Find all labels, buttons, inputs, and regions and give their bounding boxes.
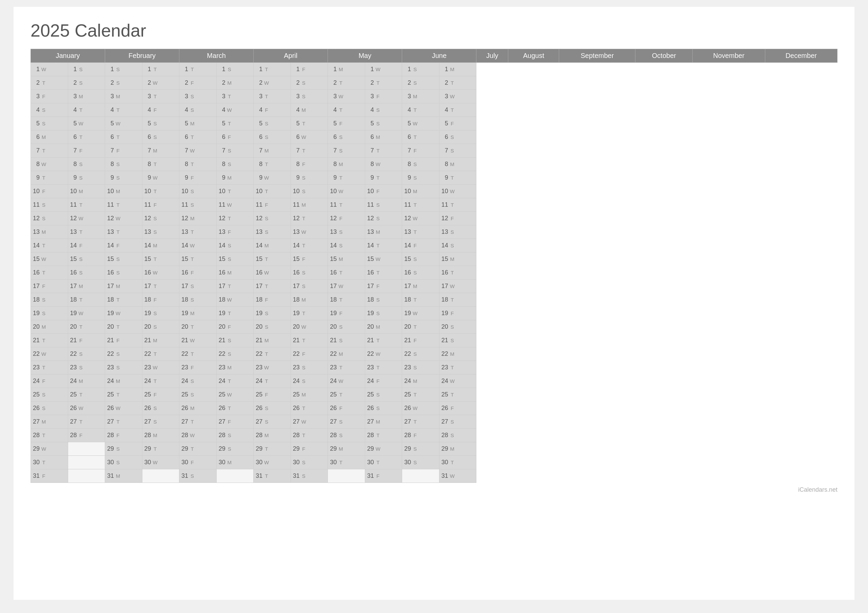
day-cell-jul-9: 9W — [254, 171, 291, 185]
day-cell-feb-7: 7F — [68, 144, 105, 158]
day-number: 18 — [255, 296, 262, 303]
day-cell-oct-10: 10F — [365, 185, 402, 198]
day-code: T — [189, 324, 195, 330]
day-number: 22 — [144, 350, 151, 358]
day-cell-jan-5: 5S — [31, 117, 68, 130]
day-cell-mar-12: 12W — [105, 212, 143, 225]
day-number: 6 — [70, 133, 77, 141]
day-code: S — [449, 419, 456, 424]
day-number: 2 — [403, 79, 411, 87]
day-cell-oct-12: 12S — [365, 212, 402, 225]
day-cell-mar-24: 24M — [105, 375, 143, 388]
day-number: 10 — [70, 188, 77, 195]
day-number: 14 — [292, 242, 300, 249]
day-cell-nov-19: 19W — [402, 306, 439, 320]
day-number: 3 — [107, 93, 114, 100]
day-number: 28 — [292, 432, 300, 439]
day-number: 1 — [255, 66, 262, 73]
day-code: T — [375, 337, 381, 343]
day-number: 5 — [367, 120, 374, 127]
day-number: 10 — [441, 188, 448, 195]
day-cell-apr-15: 15T — [142, 252, 179, 266]
day-code: W — [226, 297, 232, 303]
day-number: 29 — [403, 445, 411, 452]
day-code: S — [78, 270, 84, 276]
day-cell-apr-31 — [142, 469, 179, 483]
day-cell-jul-2: 2W — [254, 76, 291, 90]
day-number: 8 — [144, 161, 151, 168]
day-cell-nov-17: 17M — [402, 280, 439, 293]
day-number: 13 — [403, 228, 411, 235]
day-cell-nov-7: 7F — [402, 144, 439, 158]
day-number: 22 — [403, 350, 411, 358]
day-cell-may-2: 2F — [179, 76, 217, 90]
day-code: T — [41, 337, 47, 343]
day-code: S — [412, 175, 418, 181]
day-number: 2 — [32, 79, 40, 87]
day-code: M — [264, 148, 270, 153]
day-number: 4 — [181, 107, 188, 113]
day-number: 14 — [403, 242, 411, 249]
day-number: 27 — [403, 418, 411, 425]
day-number: 12 — [292, 215, 300, 222]
day-number: 20 — [367, 323, 374, 330]
day-number: 14 — [255, 242, 262, 249]
day-cell-may-18: 18S — [179, 293, 217, 306]
day-cell-feb-1: 1S — [68, 63, 105, 76]
day-code: S — [301, 460, 307, 465]
day-code: T — [226, 310, 232, 316]
day-cell-feb-10: 10M — [68, 185, 105, 198]
day-code: S — [226, 243, 232, 248]
day-number: 23 — [292, 364, 300, 371]
day-cell-sep-20: 20S — [328, 320, 365, 334]
day-number: 21 — [367, 337, 374, 344]
day-number: 30 — [181, 459, 188, 466]
day-number: 10 — [32, 188, 40, 195]
day-code: F — [301, 351, 307, 357]
day-number: 13 — [292, 228, 300, 235]
day-number: 30 — [218, 459, 225, 466]
day-cell-mar-31: 31M — [105, 469, 143, 483]
day-code: S — [189, 392, 195, 398]
day-code: M — [264, 243, 270, 248]
day-number: 25 — [181, 391, 188, 398]
day-code: S — [338, 337, 344, 343]
day-code: S — [375, 392, 381, 398]
day-cell-apr-6: 6S — [142, 130, 179, 144]
day-number: 28 — [181, 432, 188, 439]
day-cell-oct-6: 6M — [365, 130, 402, 144]
day-code: S — [152, 310, 158, 316]
day-code: W — [449, 283, 456, 289]
day-cell-feb-5: 5W — [68, 117, 105, 130]
day-number: 28 — [255, 432, 262, 439]
day-number: 11 — [181, 201, 188, 208]
day-number: 23 — [329, 364, 337, 371]
day-code: S — [189, 283, 195, 289]
day-cell-oct-15: 15W — [365, 252, 402, 266]
day-number: 22 — [107, 350, 114, 358]
day-cell-apr-18: 18F — [142, 293, 179, 306]
day-code: T — [226, 121, 232, 126]
day-number: 11 — [107, 201, 114, 208]
day-cell-mar-30: 30S — [105, 456, 143, 469]
day-cell-apr-14: 14M — [142, 239, 179, 252]
day-code: M — [41, 229, 47, 235]
day-number: 12 — [255, 215, 262, 222]
day-code: M — [41, 419, 47, 424]
day-code: T — [375, 460, 381, 465]
day-code: M — [301, 202, 307, 208]
day-number: 16 — [329, 269, 337, 276]
day-cell-jan-10: 10F — [31, 185, 68, 198]
day-number: 29 — [292, 445, 300, 452]
day-code: S — [338, 324, 344, 330]
day-cell-nov-14: 14F — [402, 239, 439, 252]
day-number: 14 — [218, 242, 225, 249]
day-code: T — [449, 107, 456, 113]
day-code: W — [41, 446, 47, 452]
day-cell-jul-3: 3T — [254, 90, 291, 103]
day-cell-apr-22: 22T — [142, 347, 179, 361]
day-number: 28 — [329, 432, 337, 439]
day-number: 15 — [70, 255, 77, 263]
day-code: S — [412, 67, 418, 72]
day-code: T — [189, 229, 195, 235]
